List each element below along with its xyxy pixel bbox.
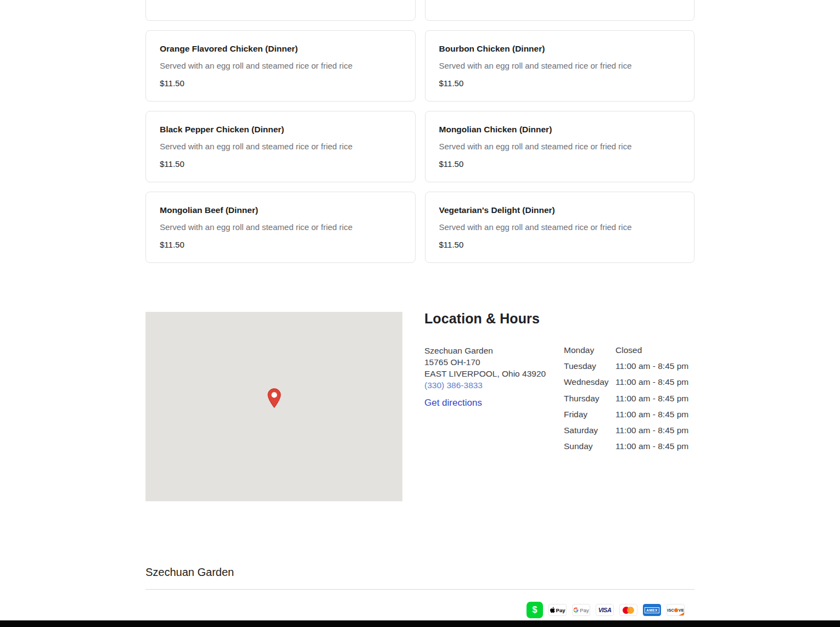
hours-day: Wednesday: [564, 377, 615, 393]
menu-item-price: $11.50: [439, 159, 681, 170]
get-directions-link[interactable]: Get directions: [424, 398, 482, 408]
cash-app-pay-icon: $: [527, 602, 543, 618]
google-g-icon: [573, 607, 579, 613]
hours-time: 11:00 am - 8:45 pm: [615, 394, 688, 410]
hours-day: Monday: [564, 345, 615, 361]
menu-item-name: Mongolian Beef (Dinner): [160, 205, 401, 216]
menu-item-name: Bourbon Chicken (Dinner): [439, 43, 681, 54]
menu-item-price: $11.50: [160, 78, 401, 89]
menu-item-card[interactable]: Bourbon Chicken (Dinner) Served with an …: [425, 30, 695, 102]
bottom-bar: [0, 620, 840, 627]
menu-grid: $11.50 $11.50 Orange Flavored Chicken (D…: [145, 0, 695, 263]
hours-day: Sunday: [564, 441, 615, 457]
menu-item-description: Served with an egg roll and steamed rice…: [160, 141, 401, 152]
hours-time: 11:00 am - 8:45 pm: [615, 377, 688, 393]
hours-time: 11:00 am - 8:45 pm: [615, 441, 688, 457]
hours-day: Tuesday: [564, 361, 615, 377]
hours-day: Friday: [564, 410, 615, 426]
hours-row: Friday 11:00 am - 8:45 pm: [564, 410, 688, 426]
hours-day: Thursday: [564, 394, 615, 410]
hours-row: Monday Closed: [564, 345, 688, 361]
visa-icon: VISA: [596, 604, 614, 616]
menu-item-card[interactable]: Mongolian Beef (Dinner) Served with an e…: [145, 192, 416, 263]
footer-restaurant-name: Szechuan Garden: [145, 566, 695, 579]
hours-time: 11:00 am - 8:45 pm: [615, 410, 688, 426]
hours-time: 11:00 am - 8:45 pm: [615, 426, 688, 441]
menu-item-card-partial[interactable]: $11.50: [145, 0, 416, 21]
map[interactable]: [145, 312, 402, 501]
apple-pay-icon: Pay: [548, 604, 567, 616]
menu-item-price: $11.50: [160, 239, 401, 250]
hours-table: Monday Closed Tuesday 11:00 am - 8:45 pm…: [564, 345, 688, 457]
hours-row: Sunday 11:00 am - 8:45 pm: [564, 441, 688, 457]
menu-item-card[interactable]: Mongolian Chicken (Dinner) Served with a…: [425, 111, 695, 182]
apple-logo-icon: [550, 607, 556, 613]
footer-divider: [145, 589, 695, 590]
mastercard-icon: [619, 604, 637, 616]
hours-day: Saturday: [564, 426, 615, 441]
menu-item-card[interactable]: Vegetarian's Delight (Dinner) Served wit…: [425, 192, 695, 263]
address-line-2: EAST LIVERPOOL, Ohio 43920: [424, 368, 546, 379]
google-pay-icon: Pay: [572, 604, 590, 616]
phone-link[interactable]: (330) 386-3833: [424, 380, 483, 390]
menu-item-name: Vegetarian's Delight (Dinner): [439, 205, 681, 216]
restaurant-menu-page: $11.50 $11.50 Orange Flavored Chicken (D…: [0, 0, 840, 627]
menu-item-name: Mongolian Chicken (Dinner): [439, 124, 681, 135]
menu-item-price: $11.50: [160, 159, 401, 170]
menu-item-card-partial[interactable]: $11.50: [425, 0, 695, 21]
menu-item-card[interactable]: Orange Flavored Chicken (Dinner) Served …: [145, 30, 416, 102]
map-pin-icon: [267, 388, 281, 408]
menu-item-description: Served with an egg roll and steamed rice…: [439, 60, 681, 71]
hours-row: Wednesday 11:00 am - 8:45 pm: [564, 377, 688, 393]
menu-item-name: Orange Flavored Chicken (Dinner): [160, 43, 401, 54]
hours-row: Saturday 11:00 am - 8:45 pm: [564, 426, 688, 441]
location-hours-section: Location & Hours Szechuan Garden 15765 O…: [145, 312, 695, 501]
location-hours-heading: Location & Hours: [424, 310, 540, 327]
hours-time: Closed: [615, 345, 642, 361]
content-container: $11.50 $11.50 Orange Flavored Chicken (D…: [145, 0, 695, 627]
hours-time: 11:00 am - 8:45 pm: [615, 361, 688, 377]
restaurant-name: Szechuan Garden: [424, 345, 546, 356]
menu-item-price: $11.50: [439, 78, 681, 89]
address-line-1: 15765 OH-170: [424, 356, 546, 368]
menu-item-description: Served with an egg roll and steamed rice…: [160, 60, 401, 71]
menu-item-description: Served with an egg roll and steamed rice…: [439, 222, 681, 233]
amex-icon: AMEX: [643, 604, 661, 616]
footer: Szechuan Garden $ Pay: [145, 566, 695, 627]
hours-row: Tuesday 11:00 am - 8:45 pm: [564, 361, 688, 377]
menu-item-name: Black Pepper Chicken (Dinner): [160, 124, 401, 135]
menu-item-price: $11.50: [439, 239, 681, 250]
menu-item-description: Served with an egg roll and steamed rice…: [160, 222, 401, 233]
address-block: Szechuan Garden 15765 OH-170 EAST LIVERP…: [424, 345, 546, 391]
hours-row: Thursday 11:00 am - 8:45 pm: [564, 394, 688, 410]
discover-icon: DISCVER: [667, 604, 685, 616]
menu-item-description: Served with an egg roll and steamed rice…: [439, 141, 681, 152]
menu-item-card[interactable]: Black Pepper Chicken (Dinner) Served wit…: [145, 111, 416, 182]
